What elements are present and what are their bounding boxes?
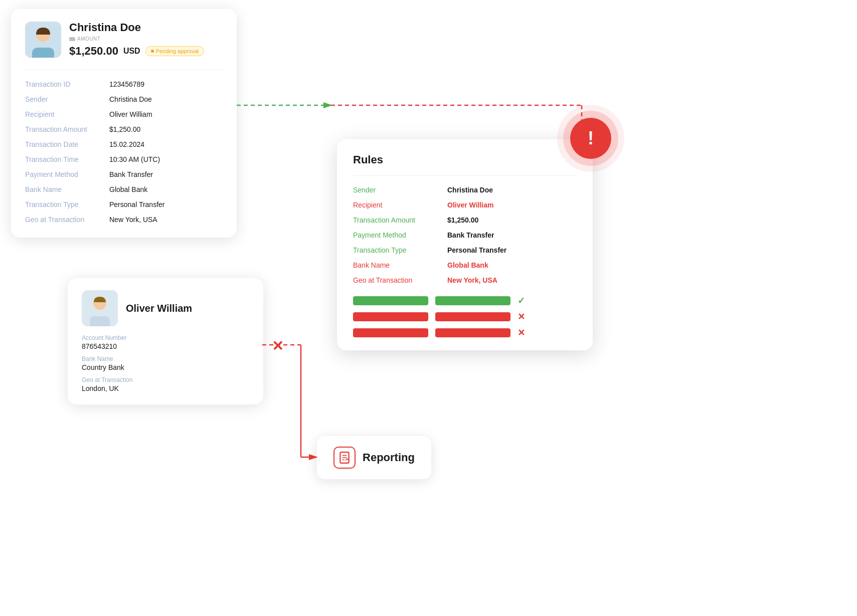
field-label: Transaction Amount [25, 125, 105, 133]
alert-circle: ! [570, 118, 611, 159]
field-value: 123456789 [109, 80, 144, 88]
rules-field-value: Global Bank [447, 261, 488, 269]
card-field-row: RecipientOliver William [25, 110, 223, 118]
rules-field-value: Personal Transfer [447, 246, 506, 254]
svg-rect-15 [90, 316, 110, 326]
recipient-header: Oliver William [82, 290, 249, 326]
rules-divider [353, 175, 577, 176]
field-value: Bank Transfer [109, 170, 153, 178]
rules-field-value: New York, USA [447, 276, 497, 284]
rules-title: Rules [353, 153, 577, 166]
bar-left [353, 312, 428, 321]
rules-field-label: Recipient [353, 201, 443, 209]
rules-card: Rules SenderChristina DoeRecipientOliver… [337, 139, 593, 350]
sender-avatar [25, 22, 61, 58]
reporting-label: Reporting [363, 451, 415, 464]
recipient-field-value: Country Bank [82, 363, 249, 371]
recipient-field-block: Account Number876543210 [82, 334, 249, 350]
rules-field-label: Transaction Type [353, 246, 443, 254]
rules-field-label: Geo at Transaction [353, 276, 443, 284]
recipient-name-block: Oliver William [126, 303, 192, 314]
rules-field-value: Bank Transfer [447, 231, 494, 239]
field-label: Bank Name [25, 185, 105, 193]
field-label: Sender [25, 95, 105, 103]
rules-field-value: Christina Doe [447, 186, 493, 194]
reporting-box: Reporting [317, 436, 431, 479]
rules-field-row: Geo at TransactionNew York, USA [353, 276, 577, 284]
recipient-fields: Account Number876543210Bank NameCountry … [82, 334, 249, 392]
card-field-row: Transaction ID123456789 [25, 80, 223, 88]
status-dot [151, 50, 154, 53]
card-fields: Transaction ID123456789SenderChristina D… [25, 80, 223, 224]
bar-icon: ✓ [518, 295, 525, 306]
field-label: Transaction Type [25, 200, 105, 209]
bar-row: ✕ [353, 311, 577, 322]
field-value: Personal Transfer [109, 200, 165, 209]
transaction-card: Christina Doe AMOUNT $1,250.00 USD Pendi… [11, 9, 237, 238]
currency-badge: USD [123, 47, 140, 56]
recipient-field-block: Bank NameCountry Bank [82, 355, 249, 371]
field-value: New York, USA [109, 216, 157, 224]
svg-text:✕: ✕ [272, 338, 283, 354]
field-label: Payment Method [25, 170, 105, 178]
rules-field-row: Transaction Amount$1,250.00 [353, 216, 577, 224]
field-value: $1,250.00 [109, 125, 140, 133]
card-field-row: Payment MethodBank Transfer [25, 170, 223, 178]
bar-icon: ✕ [518, 311, 525, 322]
card-divider [25, 70, 223, 70]
card-field-row: Transaction Amount$1,250.00 [25, 125, 223, 133]
amount-row: $1,250.00 USD Pending approval [69, 45, 204, 58]
field-label: Transaction ID [25, 80, 105, 88]
rules-field-row: RecipientOliver William [353, 201, 577, 209]
card-field-row: Bank NameGlobal Bank [25, 185, 223, 193]
recipient-field-label: Bank Name [82, 355, 249, 362]
recipient-field-label: Geo at Transaction [82, 376, 249, 383]
recipient-field-label: Account Number [82, 334, 249, 341]
field-label: Geo at Transaction [25, 216, 105, 224]
alert-icon: ! [588, 129, 594, 147]
reporting-icon [333, 447, 356, 469]
bar-right [435, 328, 510, 337]
bar-left [353, 296, 428, 305]
card-field-row: Transaction Date15.02.2024 [25, 140, 223, 148]
bar-right [435, 296, 510, 305]
rules-field-value: $1,250.00 [447, 216, 478, 224]
rules-field-value: Oliver William [447, 201, 493, 209]
amount-value: $1,250.00 [69, 45, 118, 58]
svg-marker-3 [323, 102, 332, 108]
rules-field-row: Bank NameGlobal Bank [353, 261, 577, 269]
recipient-card: Oliver William Account Number876543210Ba… [68, 278, 263, 404]
recipient-field-value: 876543210 [82, 342, 249, 350]
field-value: Oliver William [109, 110, 152, 118]
bar-rows: ✓✕✕ [353, 295, 577, 338]
sender-name: Christina Doe [69, 21, 204, 34]
svg-rect-11 [32, 48, 54, 58]
rules-field-label: Payment Method [353, 231, 443, 239]
card-field-row: SenderChristina Doe [25, 95, 223, 103]
recipient-field-block: Geo at TransactionLondon, UK [82, 376, 249, 392]
card-header: Christina Doe AMOUNT $1,250.00 USD Pendi… [25, 21, 223, 58]
bar-icon: ✕ [518, 327, 525, 338]
bar-row: ✕ [353, 327, 577, 338]
rules-field-label: Bank Name [353, 261, 443, 269]
rules-field-row: SenderChristina Doe [353, 186, 577, 194]
status-badge: Pending approval [145, 46, 205, 56]
field-label: Transaction Date [25, 140, 105, 148]
rules-field-label: Sender [353, 186, 443, 194]
bar-left [353, 328, 428, 337]
rules-field-label: Transaction Amount [353, 216, 443, 224]
field-label: Recipient [25, 110, 105, 118]
card-field-row: Transaction Time10:30 AM (UTC) [25, 155, 223, 163]
bar-row: ✓ [353, 295, 577, 306]
recipient-name: Oliver William [126, 303, 192, 314]
header-info: Christina Doe AMOUNT $1,250.00 USD Pendi… [69, 21, 204, 58]
field-value: Global Bank [109, 185, 147, 193]
rules-fields: SenderChristina DoeRecipientOliver Willi… [353, 186, 577, 284]
card-field-row: Transaction TypePersonal Transfer [25, 200, 223, 209]
field-value: Christina Doe [109, 95, 152, 103]
bar-right [435, 312, 510, 321]
amount-label: AMOUNT [69, 36, 204, 42]
recipient-field-value: London, UK [82, 384, 249, 392]
card-field-row: Geo at TransactionNew York, USA [25, 216, 223, 224]
field-value: 15.02.2024 [109, 140, 144, 148]
